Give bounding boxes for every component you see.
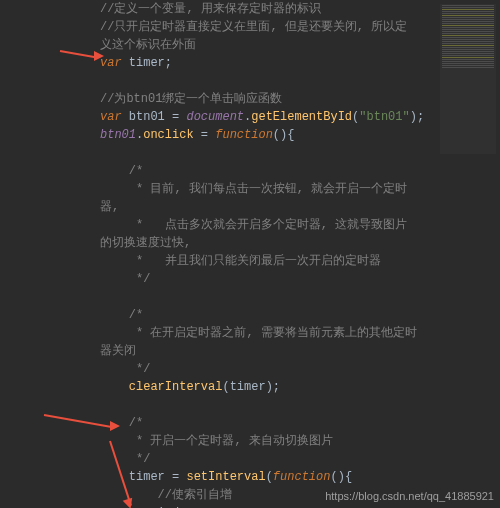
minimap[interactable] [440, 4, 496, 154]
comment: */ [129, 362, 151, 376]
comment: * 并且我们只能关闭最后一次开启的定时器 [129, 254, 381, 268]
semicolon: ; [165, 56, 172, 70]
keyword-var: var [100, 56, 122, 70]
comment: //定义一个变量, 用来保存定时器的标识 [100, 2, 321, 16]
comment: /* [129, 308, 143, 322]
comment: * 点击多次就会开启多个定时器, 这就导致图片 [129, 218, 407, 232]
property: onclick [143, 128, 193, 142]
comment: 义这个标识在外面 [100, 38, 196, 52]
keyword-var: var [100, 110, 122, 124]
comment: //为btn01绑定一个单击响应函数 [100, 92, 282, 106]
comment: */ [129, 272, 151, 286]
comment: 器, [100, 200, 119, 214]
comment: /* [129, 164, 143, 178]
comment: * 目前, 我们每点击一次按钮, 就会开启一个定时 [129, 182, 407, 196]
comment: */ [129, 452, 151, 466]
identifier-timer: timer [122, 56, 165, 70]
function-call: clearInterval [129, 380, 223, 394]
comment: 器关闭 [100, 344, 136, 358]
comment: * 开启一个定时器, 来自动切换图片 [129, 434, 333, 448]
keyword-function: function [215, 128, 273, 142]
document-object: document [186, 110, 244, 124]
function-call: setInterval [186, 470, 265, 484]
method: getElementById [251, 110, 352, 124]
comment: //使索引自增 [158, 488, 232, 502]
code-editor[interactable]: //定义一个变量, 用来保存定时器的标识 //只开启定时器直接定义在里面, 但是… [0, 0, 500, 508]
comment: 的切换速度过快, [100, 236, 191, 250]
identifier: timer [129, 470, 172, 484]
identifier: btn01 [100, 128, 136, 142]
comment: //只开启定时器直接定义在里面, 但是还要关闭, 所以定 [100, 20, 407, 34]
keyword-function: function [273, 470, 331, 484]
comment: * 在开启定时器之前, 需要将当前元素上的其他定时 [129, 326, 417, 340]
identifier: btn01 [122, 110, 172, 124]
comment: /* [129, 416, 143, 430]
watermark: https://blog.csdn.net/qq_41885921 [325, 490, 494, 502]
argument: timer [230, 380, 266, 394]
string-literal: "btn01" [359, 110, 409, 124]
